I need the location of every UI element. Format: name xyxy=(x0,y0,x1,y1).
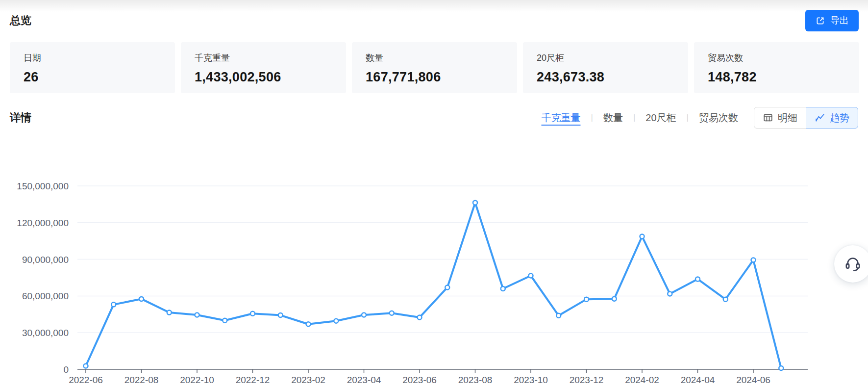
stat-card-date: 日期 26 xyxy=(10,42,175,93)
svg-text:2024-04: 2024-04 xyxy=(681,375,715,385)
svg-text:2022-08: 2022-08 xyxy=(124,375,159,385)
svg-text:2022-12: 2022-12 xyxy=(236,375,270,385)
metric-tab-quantity[interactable]: 数量 xyxy=(602,111,624,125)
trend-icon xyxy=(815,112,825,123)
export-button[interactable]: 导出 xyxy=(805,10,859,31)
stat-card-quantity: 数量 167,771,806 xyxy=(352,42,517,93)
metric-tab-20ft-container[interactable]: 20尺柜 xyxy=(645,111,677,125)
metric-tabs: 千克重量 | 数量 | 20尺柜 | 贸易次数 xyxy=(540,111,739,125)
stat-card-value: 1,433,002,506 xyxy=(195,70,332,85)
details-bar: 详情 千克重量 | 数量 | 20尺柜 | 贸易次数 明细 xyxy=(10,107,858,129)
support-button[interactable] xyxy=(834,245,868,283)
trend-view-label: 趋势 xyxy=(830,111,849,125)
line-chart-svg: 030,000,00060,000,00090,000,000120,000,0… xyxy=(0,147,868,389)
trend-view-button[interactable]: 趋势 xyxy=(806,107,858,129)
svg-text:150,000,000: 150,000,000 xyxy=(17,181,69,191)
trend-chart: 030,000,00060,000,00090,000,000120,000,0… xyxy=(0,147,868,389)
svg-text:120,000,000: 120,000,000 xyxy=(17,218,69,228)
svg-text:2023-02: 2023-02 xyxy=(291,375,325,385)
page-header: 总览 导出 xyxy=(10,9,859,32)
view-toggle: 明细 趋势 xyxy=(754,107,858,129)
stat-card-20ft-container: 20尺柜 243,673.38 xyxy=(523,42,688,93)
svg-text:2024-02: 2024-02 xyxy=(625,375,659,385)
stat-card-label: 20尺柜 xyxy=(537,52,674,64)
svg-text:2022-10: 2022-10 xyxy=(180,375,214,385)
metric-tab-trade-count[interactable]: 贸易次数 xyxy=(698,111,739,125)
svg-text:60,000,000: 60,000,000 xyxy=(22,291,69,301)
details-title: 详情 xyxy=(10,110,31,125)
svg-text:2023-04: 2023-04 xyxy=(347,375,381,385)
headset-icon xyxy=(844,255,862,274)
stat-card-value: 243,673.38 xyxy=(537,70,674,85)
detail-view-label: 明细 xyxy=(778,111,797,125)
overview-title: 总览 xyxy=(10,13,31,28)
stat-card-label: 日期 xyxy=(24,52,161,64)
svg-text:2023-12: 2023-12 xyxy=(570,375,604,385)
stat-card-value: 148,782 xyxy=(708,70,845,85)
tab-separator: | xyxy=(633,113,635,123)
stat-card-label: 数量 xyxy=(366,52,503,64)
svg-text:2023-06: 2023-06 xyxy=(402,375,437,385)
svg-text:0: 0 xyxy=(63,364,69,375)
svg-text:2022-06: 2022-06 xyxy=(69,375,103,385)
export-icon xyxy=(815,16,825,26)
svg-text:2024-06: 2024-06 xyxy=(736,375,770,385)
summary-cards: 日期 26 千克重量 1,433,002,506 数量 167,771,806 … xyxy=(10,42,859,93)
table-icon xyxy=(763,112,773,123)
stat-card-value: 26 xyxy=(24,70,161,85)
svg-text:90,000,000: 90,000,000 xyxy=(22,255,69,265)
metric-tab-weight-kg[interactable]: 千克重量 xyxy=(540,111,581,125)
tab-separator: | xyxy=(591,113,593,123)
export-button-label: 导出 xyxy=(830,14,849,27)
stat-card-weight-kg: 千克重量 1,433,002,506 xyxy=(181,42,346,93)
stat-card-value: 167,771,806 xyxy=(366,70,503,85)
svg-text:30,000,000: 30,000,000 xyxy=(22,328,69,338)
stat-card-trade-count: 贸易次数 148,782 xyxy=(694,42,859,93)
stat-card-label: 贸易次数 xyxy=(708,52,845,64)
svg-text:2023-08: 2023-08 xyxy=(458,375,493,385)
tab-separator: | xyxy=(687,113,689,123)
dashboard-screen: 总览 导出 日期 26 千克重量 1,433,002,506 数量 167,77… xyxy=(0,0,868,389)
stat-card-label: 千克重量 xyxy=(195,52,332,64)
detail-view-button[interactable]: 明细 xyxy=(754,107,806,129)
svg-text:2023-10: 2023-10 xyxy=(514,375,548,385)
